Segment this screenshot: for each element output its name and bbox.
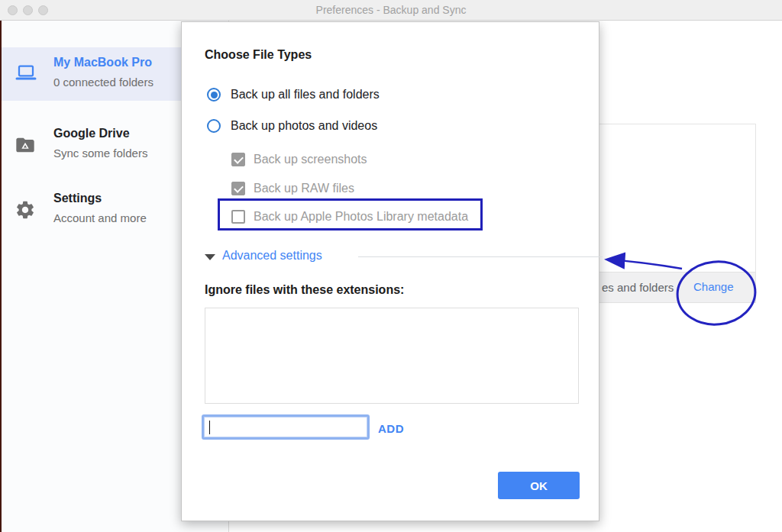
laptop-icon [15, 63, 37, 85]
radio-selected-icon[interactable] [207, 88, 221, 102]
change-button[interactable]: Change [693, 280, 734, 293]
screen-edge-artifact [0, 21, 2, 532]
extension-input[interactable] [202, 414, 370, 440]
radio-label: Back up photos and videos [231, 119, 377, 133]
radio-label: Back up all files and folders [231, 88, 380, 102]
checkbox-back-up-screenshots[interactable]: Back up screenshots [231, 152, 367, 167]
choose-file-types-dialog: Choose File Types Back up all files and … [181, 21, 599, 521]
checkbox-label: Back up RAW files [254, 182, 354, 195]
checkbox-unchecked-icon[interactable] [231, 210, 245, 224]
dialog-title: Choose File Types [205, 48, 312, 62]
checkbox-label: Back up Apple Photos Library metadata [254, 210, 468, 224]
text-caret [209, 421, 210, 434]
sidebar-item-title: Google Drive [53, 127, 130, 140]
sidebar-item-title: Settings [53, 192, 102, 205]
checkbox-back-up-apple-photos-metadata[interactable]: Back up Apple Photos Library metadata [231, 209, 468, 224]
ok-button[interactable]: OK [498, 472, 580, 499]
sidebar-item-subtitle: Sync some folders [53, 147, 147, 160]
background-partial-text: es and folders [602, 281, 674, 294]
radio-unselected-icon[interactable] [207, 119, 221, 133]
radio-back-up-photos-videos[interactable]: Back up photos and videos [207, 118, 377, 134]
google-drive-icon [15, 134, 37, 156]
advanced-settings-toggle[interactable]: Advanced settings [205, 249, 579, 266]
titlebar: Preferences - Backup and Sync [0, 0, 782, 21]
gear-icon [15, 199, 37, 221]
add-button[interactable]: ADD [378, 422, 404, 435]
ignore-extensions-label: Ignore files with these extensions: [205, 283, 404, 297]
sidebar-item-title: My MacBook Pro [53, 56, 152, 69]
extension-input-field[interactable] [204, 417, 367, 437]
radio-back-up-all-files[interactable]: Back up all files and folders [207, 86, 380, 103]
sidebar-item-subtitle: Account and more [53, 211, 147, 224]
divider [358, 256, 603, 257]
window-title: Preferences - Backup and Sync [0, 0, 782, 21]
checkbox-back-up-raw-files[interactable]: Back up RAW files [231, 181, 354, 196]
chevron-down-icon [205, 254, 215, 260]
extensions-list-box[interactable] [205, 308, 579, 404]
checkbox-checked-icon[interactable] [231, 153, 245, 166]
checkbox-label: Back up screenshots [254, 153, 367, 166]
advanced-settings-label: Advanced settings [222, 249, 322, 263]
app-window: Preferences - Backup and Sync My MacBook… [0, 0, 782, 532]
checkbox-checked-icon[interactable] [231, 182, 245, 195]
sidebar-item-subtitle: 0 connected folders [53, 76, 153, 89]
